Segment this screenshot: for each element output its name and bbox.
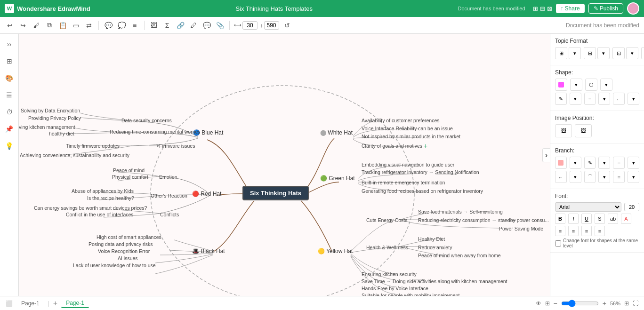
- branch-style-btn[interactable]: ✎: [584, 157, 596, 169]
- branch-type-btn[interactable]: ⌐: [555, 171, 567, 183]
- comment-button[interactable]: 💬: [201, 20, 212, 31]
- topic-border-btn2[interactable]: ▾: [626, 47, 638, 59]
- sigma-button[interactable]: Σ: [162, 20, 172, 31]
- chat-button[interactable]: 💬: [103, 20, 113, 31]
- branch-width-arrow[interactable]: ▾: [628, 157, 639, 169]
- list-icon[interactable]: ☰: [3, 88, 16, 102]
- time-icon[interactable]: ⏱: [3, 105, 16, 119]
- layout-icon3[interactable]: ⊠: [547, 5, 552, 12]
- underline-btn[interactable]: U: [581, 214, 592, 224]
- fill-color-arrow[interactable]: ▾: [570, 79, 582, 91]
- link-button[interactable]: 🔗: [175, 20, 185, 31]
- image-button[interactable]: 🖼: [149, 20, 159, 31]
- border-align-arrow[interactable]: ▾: [598, 93, 610, 105]
- yellow-label-health: Health & Well-ness: [366, 245, 408, 250]
- black-leaf-highcost: High cost of smart appliances: [97, 234, 161, 240]
- bulb-icon[interactable]: 💡: [3, 139, 16, 152]
- red-leaf-abuse: Abuse of appliances by Kids: [72, 188, 134, 194]
- font-case-btn[interactable]: ab: [608, 214, 618, 224]
- green-hat-node[interactable]: 🟢 Green Hat: [320, 175, 355, 182]
- align-left-btn[interactable]: ≡: [555, 226, 565, 236]
- branch-color-arrow[interactable]: ▾: [570, 157, 581, 169]
- undo-button[interactable]: ↩: [5, 20, 15, 31]
- branch-width-btn[interactable]: ≡: [613, 157, 625, 169]
- pin-icon[interactable]: 📌: [3, 122, 16, 135]
- page1-active-tab[interactable]: Page-1: [61, 299, 89, 308]
- attachment-button[interactable]: 📎: [215, 20, 225, 31]
- branch-extra-btn[interactable]: ≡: [613, 171, 625, 183]
- align-button[interactable]: ≡: [129, 20, 140, 31]
- yellow-leaf-handsfree: Hands-Free by Voice Interface: [362, 286, 428, 291]
- central-node[interactable]: Six Thinking Hats: [242, 186, 309, 200]
- red-hat-node[interactable]: 🔴 Red Hat: [192, 191, 221, 197]
- page-size-icon: ⬜: [6, 300, 13, 307]
- topic-layout-btn2[interactable]: ▾: [569, 47, 581, 59]
- marker-button[interactable]: 🖊: [188, 20, 199, 31]
- white-hat-node[interactable]: ⬤ White Hat: [320, 129, 353, 136]
- topic-layout-btn1[interactable]: ⊞: [555, 47, 567, 59]
- branch-style-arrow[interactable]: ▾: [598, 157, 610, 169]
- panel-collapse-arrow[interactable]: ›: [542, 148, 550, 162]
- shape-rect-button[interactable]: ▭: [71, 20, 81, 31]
- fit-page-btn[interactable]: ⊞: [624, 300, 629, 307]
- arrows-button[interactable]: ⇄: [84, 20, 94, 31]
- refresh-button[interactable]: ↺: [282, 20, 292, 31]
- add-page-btn[interactable]: +: [53, 299, 57, 308]
- zoom-h-input[interactable]: 590: [264, 21, 279, 30]
- font-color-btn[interactable]: A: [621, 214, 631, 224]
- view-mode-icon[interactable]: 👁: [536, 300, 541, 307]
- img-pos-left[interactable]: 🖼: [555, 124, 572, 137]
- shape-fill-btn[interactable]: ⬡: [585, 79, 597, 91]
- font-family-select[interactable]: Arial: [555, 202, 621, 212]
- canvas-area[interactable]: Six Thinking Hats 🔵 Blue Hat ⬤ White Hat…: [19, 34, 550, 296]
- black-hat-node[interactable]: 🎩 Black Hat: [192, 248, 225, 254]
- align-justify-btn[interactable]: ≡: [595, 226, 605, 236]
- branch-curve-arrow[interactable]: ▾: [598, 171, 610, 183]
- fullscreen-btn[interactable]: ⛶: [633, 300, 638, 307]
- border-style-arrow[interactable]: ▾: [570, 93, 581, 105]
- align-center-btn[interactable]: ≡: [568, 226, 579, 236]
- strikethrough-btn[interactable]: S: [595, 214, 605, 224]
- grid-view-icon[interactable]: ⊞: [545, 300, 550, 307]
- add-white-btn[interactable]: +: [424, 142, 427, 150]
- layout-icon1[interactable]: ⊞: [533, 5, 538, 12]
- border-align-btn[interactable]: ≡: [584, 93, 596, 105]
- layout-panel-icon[interactable]: ⊞: [3, 55, 16, 68]
- font-size-input[interactable]: [624, 203, 639, 211]
- border-style-btn[interactable]: ✎: [555, 93, 567, 105]
- border-corner-btn[interactable]: ⌐: [613, 93, 625, 105]
- topic-align-btn1[interactable]: ⊟: [584, 47, 596, 59]
- shape-fill-arrow[interactable]: ▾: [600, 79, 612, 91]
- border-corner-arrow[interactable]: ▾: [628, 93, 639, 105]
- layout-icon2[interactable]: ⊟: [540, 5, 545, 12]
- branch-type-arrow[interactable]: ▾: [570, 171, 581, 183]
- bold-btn[interactable]: B: [555, 214, 565, 224]
- align-right-btn[interactable]: ≡: [581, 226, 592, 236]
- same-level-checkbox[interactable]: [555, 240, 561, 246]
- zoom-out-btn[interactable]: −: [554, 300, 557, 307]
- user-avatar[interactable]: [627, 2, 639, 15]
- italic-btn[interactable]: I: [568, 214, 579, 224]
- yellow-hat-node[interactable]: 🟡 Yellow Hat: [318, 248, 353, 254]
- fill-color-btn[interactable]: [555, 79, 567, 91]
- branch-curve-btn[interactable]: ⌒: [584, 171, 596, 183]
- redo-button[interactable]: ↪: [18, 20, 28, 31]
- publish-button[interactable]: ✎Publish: [588, 3, 623, 14]
- expand-arrow[interactable]: ››: [3, 38, 16, 51]
- zoom-slider[interactable]: [561, 300, 599, 307]
- theme-icon[interactable]: 🎨: [3, 72, 16, 85]
- share-button[interactable]: ↑Share: [556, 4, 585, 13]
- zoom-in-btn[interactable]: +: [603, 300, 606, 307]
- branch-extra-arrow[interactable]: ▾: [628, 171, 639, 183]
- copy-format-button[interactable]: ⧉: [44, 20, 55, 31]
- img-pos-right[interactable]: 🖼: [575, 124, 592, 137]
- speech-button[interactable]: 💭: [116, 20, 127, 31]
- branch-color-btn[interactable]: [555, 157, 567, 169]
- topic-list-btn1[interactable]: ☰: [641, 47, 644, 59]
- zoom-w-input[interactable]: 30: [242, 21, 258, 30]
- topbar: W Wondershare EdrawMind Six Thinking Hat…: [0, 0, 644, 17]
- paste-format-button[interactable]: 📋: [57, 20, 68, 31]
- topic-border-btn1[interactable]: ⊡: [612, 47, 625, 59]
- topic-align-btn2[interactable]: ▾: [597, 47, 610, 59]
- style-button[interactable]: 🖌: [31, 20, 41, 31]
